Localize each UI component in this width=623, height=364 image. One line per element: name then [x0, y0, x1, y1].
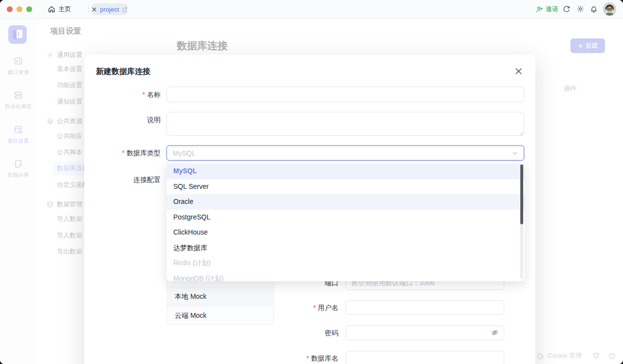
description-textarea[interactable]: [166, 112, 524, 136]
dropdown-option-dameng[interactable]: 达梦数据库: [166, 240, 525, 256]
eye-off-icon[interactable]: [491, 329, 498, 336]
dropdown-scrollbar-thumb[interactable]: [520, 164, 523, 224]
traffic-light-minimize[interactable]: [17, 6, 22, 12]
modal-title: 新建数据库连接: [96, 67, 150, 77]
top-bar: 主页 project 邀请: [0, 0, 623, 19]
tab-close-icon[interactable]: [92, 7, 97, 12]
external-link-icon[interactable]: [122, 7, 128, 12]
connection-config-label: 连接配置: [84, 176, 161, 184]
traffic-light-close[interactable]: [7, 6, 13, 12]
traffic-light-zoom[interactable]: [26, 6, 32, 12]
dbtype-select[interactable]: MySQL: [166, 146, 524, 161]
env-tab-local-mock[interactable]: 本地 Mock: [167, 287, 274, 306]
dropdown-option-clickhouse[interactable]: ClickHouse: [166, 225, 525, 240]
dropdown-option-sqlserver[interactable]: SQL Server: [166, 179, 525, 195]
name-input[interactable]: [166, 87, 524, 102]
app-window: 主页 project 邀请: [0, 0, 623, 364]
gear-icon[interactable]: [576, 5, 585, 13]
dropdown-option-redis: Redis (计划): [166, 255, 525, 271]
invite-button[interactable]: 邀请: [536, 4, 558, 15]
home-label: 主页: [58, 5, 71, 14]
dbtype-selected-value: MySQL: [173, 149, 512, 157]
avatar[interactable]: [603, 2, 616, 16]
tab-project[interactable]: project: [92, 3, 127, 15]
invite-label: 邀请: [546, 5, 558, 14]
topbar-divider: [88, 5, 89, 13]
home-button[interactable]: 主页: [48, 4, 71, 15]
description-label: 说明: [84, 116, 161, 125]
dropdown-option-mysql[interactable]: MySQL: [166, 164, 525, 179]
dbname-label: *数据库名: [260, 354, 338, 363]
resize-grip-icon[interactable]: [519, 131, 523, 136]
dbname-input[interactable]: [346, 351, 504, 364]
password-input[interactable]: [346, 326, 504, 340]
name-label: *名称: [84, 91, 161, 99]
username-input[interactable]: [346, 300, 504, 315]
close-icon[interactable]: [513, 66, 523, 76]
username-label: *用户名: [260, 304, 338, 312]
password-label: 密码: [260, 329, 338, 338]
env-tab-cloud-mock[interactable]: 云端 Mock: [167, 306, 274, 325]
chevron-down-icon: [512, 150, 518, 156]
bell-icon[interactable]: [590, 5, 598, 13]
dropdown-option-oracle[interactable]: Oracle: [166, 194, 525, 210]
user-add-icon: [536, 6, 543, 13]
dbtype-dropdown: MySQL SQL Server Oracle PostgreSQL Click…: [166, 162, 525, 281]
dbtype-label: *数据库类型: [84, 149, 161, 158]
dropdown-option-postgresql[interactable]: PostgreSQL: [166, 210, 525, 225]
home-icon: [48, 5, 55, 13]
dropdown-option-mongodb: MongoDB (计划): [166, 271, 525, 282]
sync-icon[interactable]: [563, 5, 570, 13]
tab-label: project: [100, 6, 119, 13]
